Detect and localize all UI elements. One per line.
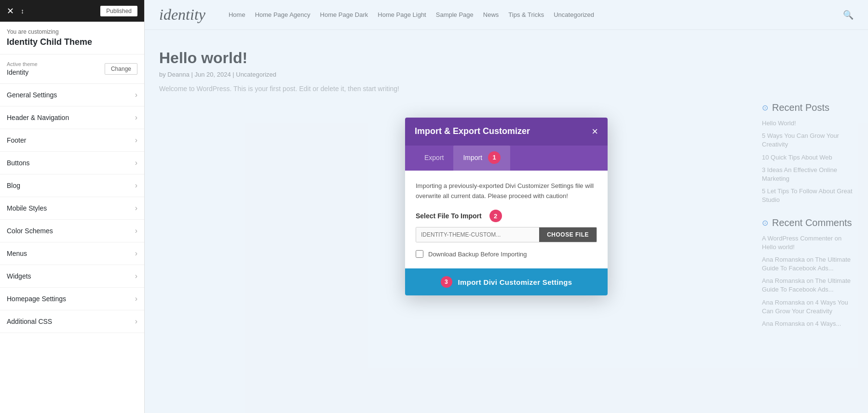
chevron-right-icon: ›	[135, 91, 137, 99]
sidebar-item-label: Color Schemes	[7, 227, 53, 235]
sidebar-item-buttons[interactable]: Buttons›	[0, 152, 144, 174]
close-button[interactable]: ✕	[7, 6, 14, 16]
sidebar-item-label: Header & Navigation	[7, 114, 69, 121]
chevron-right-icon: ›	[135, 159, 137, 167]
modal-tabs: Export Import 1	[405, 146, 608, 171]
chevron-right-icon: ›	[135, 249, 137, 258]
customizing-label: You are customizing	[0, 22, 144, 37]
import-button[interactable]: 3 Import Divi Customizer Settings	[405, 268, 608, 295]
modal-close-button[interactable]: ×	[592, 126, 598, 137]
sort-button[interactable]: ↕	[21, 7, 24, 15]
sidebar-item-label: Additional CSS	[7, 318, 52, 325]
chevron-right-icon: ›	[135, 113, 137, 122]
backup-checkbox[interactable]	[416, 250, 423, 258]
modal-overlay: Import & Export Customizer × Export Impo…	[145, 0, 868, 413]
active-theme-value: Identity	[7, 68, 28, 76]
chevron-right-icon: ›	[135, 204, 137, 213]
sidebar-item-color-schemes[interactable]: Color Schemes›	[0, 220, 144, 242]
sidebar-item-label: Footer	[7, 136, 26, 144]
tab-export[interactable]: Export	[415, 148, 453, 168]
file-input-row: CHOOSE FILE	[416, 227, 597, 242]
step3-badge: 3	[441, 276, 452, 288]
customizer-sidebar: ✕ ↕ Published You are customizing Identi…	[0, 0, 145, 413]
sidebar-item-blog[interactable]: Blog›	[0, 174, 144, 197]
modal-title: Import & Export Customizer	[415, 126, 530, 136]
sidebar-item-footer[interactable]: Footer›	[0, 129, 144, 152]
published-button[interactable]: Published	[100, 6, 137, 16]
tab-import[interactable]: Import 1	[453, 146, 510, 171]
sidebar-item-additional-css[interactable]: Additional CSS›	[0, 310, 144, 333]
sidebar-menu: General Settings›Header & Navigation›Foo…	[0, 84, 144, 413]
modal-info-text: Importing a previously-exported Divi Cus…	[416, 181, 597, 201]
chevron-right-icon: ›	[135, 317, 137, 326]
chevron-right-icon: ›	[135, 181, 137, 190]
sidebar-item-widgets[interactable]: Widgets›	[0, 265, 144, 288]
sidebar-item-general-settings[interactable]: General Settings›	[0, 84, 144, 107]
sidebar-item-label: Buttons	[7, 159, 29, 167]
choose-file-button[interactable]: CHOOSE FILE	[539, 227, 597, 242]
sidebar-item-label: Mobile Styles	[7, 204, 47, 212]
sidebar-item-header-navigation[interactable]: Header & Navigation›	[0, 107, 144, 129]
select-file-label: Select File To Import 2	[416, 210, 597, 222]
active-theme-info: Active theme Identity	[7, 61, 38, 77]
modal-footer: 3 Import Divi Customizer Settings	[405, 268, 608, 295]
modal-body: Importing a previously-exported Divi Cus…	[405, 171, 608, 269]
step1-badge: 1	[488, 151, 501, 164]
sidebar-item-label: Widgets	[7, 272, 31, 280]
active-theme-section: Active theme Identity Change	[0, 54, 144, 84]
chevron-right-icon: ›	[135, 294, 137, 303]
chevron-right-icon: ›	[135, 272, 137, 280]
theme-name: Identity Child Theme	[0, 37, 144, 54]
sidebar-header: ✕ ↕ Published	[0, 0, 144, 22]
sidebar-item-menus[interactable]: Menus›	[0, 242, 144, 265]
chevron-right-icon: ›	[135, 226, 137, 235]
sidebar-item-homepage-settings[interactable]: Homepage Settings›	[0, 288, 144, 310]
file-input[interactable]	[416, 227, 539, 242]
backup-row: Download Backup Before Importing	[416, 250, 597, 258]
sidebar-top-controls: ✕ ↕	[7, 6, 24, 16]
step2-badge: 2	[489, 210, 502, 222]
main-content: identity HomeHome Page AgencyHome Page D…	[145, 0, 868, 413]
sidebar-item-label: Blog	[7, 182, 20, 189]
active-theme-label: Active theme	[7, 61, 38, 67]
sidebar-item-label: General Settings	[7, 91, 57, 99]
change-theme-button[interactable]: Change	[105, 63, 137, 75]
sidebar-item-label: Homepage Settings	[7, 295, 66, 303]
sidebar-item-label: Menus	[7, 250, 27, 257]
backup-label: Download Backup Before Importing	[428, 251, 527, 258]
modal-header: Import & Export Customizer ×	[405, 118, 608, 146]
chevron-right-icon: ›	[135, 136, 137, 145]
sidebar-item-mobile-styles[interactable]: Mobile Styles›	[0, 197, 144, 220]
import-export-modal: Import & Export Customizer × Export Impo…	[405, 118, 608, 296]
